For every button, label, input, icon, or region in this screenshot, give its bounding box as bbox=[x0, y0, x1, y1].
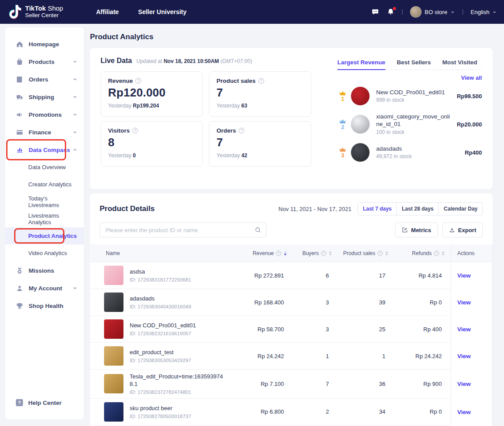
metrics-icon bbox=[402, 227, 408, 233]
sort-icon[interactable] bbox=[329, 251, 332, 256]
stat-label: Revenue? bbox=[108, 78, 195, 84]
bell-icon[interactable] bbox=[387, 8, 395, 16]
ranking-item[interactable]: 1New COD_Pro001_edit01999 in stockRp99.5… bbox=[337, 82, 482, 110]
chat-icon[interactable] bbox=[371, 8, 379, 16]
help-icon: ? bbox=[16, 399, 23, 406]
product-thumbnail bbox=[104, 293, 123, 312]
view-link[interactable]: View bbox=[457, 326, 471, 333]
sidebar-item-finance[interactable]: Finance bbox=[5, 123, 84, 141]
updated-timezone: (GMT+07:00) bbox=[220, 58, 252, 64]
chart-icon bbox=[16, 146, 23, 154]
info-icon[interactable]: ? bbox=[132, 128, 138, 133]
cell-revenue: Rp 7.100 bbox=[228, 370, 293, 399]
sidebar-item-label: Video Analytics bbox=[28, 250, 67, 256]
sidebar-item-homepage[interactable]: Homepage bbox=[5, 35, 84, 53]
page-title: Product Analytics bbox=[90, 27, 493, 48]
sidebar-item-missions[interactable]: Missions bbox=[5, 262, 84, 279]
product-table: NameRevenue?Buyers?Product sales?Refunds… bbox=[90, 244, 493, 426]
sidebar-item-data-overview[interactable]: Data Overview bbox=[5, 159, 84, 176]
range-button-calendar-day[interactable]: Calendar Day bbox=[438, 203, 482, 215]
stat-label-text: Visitors bbox=[108, 127, 130, 134]
stat-label: Visitors? bbox=[108, 127, 195, 134]
info-icon[interactable]: ? bbox=[258, 78, 264, 84]
view-link[interactable]: View bbox=[457, 353, 471, 359]
table-row: adasdadsID: 1729383040430016049Rp 168.40… bbox=[90, 289, 493, 316]
sidebar-item-label: Orders bbox=[29, 76, 48, 83]
ranking-item[interactable]: 3adasdads49,972 in stockRp400 bbox=[337, 138, 482, 167]
info-icon[interactable]: ? bbox=[377, 251, 383, 256]
column-header-refunds[interactable]: Refunds? bbox=[394, 244, 451, 262]
download-icon bbox=[449, 227, 455, 233]
nav-link-affiliate[interactable]: Affiliate bbox=[96, 8, 119, 15]
view-link[interactable]: View bbox=[457, 409, 471, 415]
cell-buyers: 3 bbox=[293, 316, 338, 343]
info-icon[interactable]: ? bbox=[239, 128, 244, 133]
tiktok-logo[interactable]: TikTok Shop Seller Center bbox=[0, 5, 88, 19]
tab-most-visited[interactable]: Most Visited bbox=[442, 57, 477, 70]
column-header-product-sales[interactable]: Product sales? bbox=[338, 244, 394, 262]
sidebar-item-shop-health[interactable]: Shop Health bbox=[5, 297, 84, 315]
toolbar-actions: Metrics Export bbox=[395, 222, 483, 237]
language-menu[interactable]: English bbox=[470, 9, 497, 15]
cell-product-sales: 25 bbox=[338, 316, 394, 343]
info-icon[interactable]: ? bbox=[135, 78, 141, 84]
tab-best-sellers[interactable]: Best Sellers bbox=[397, 57, 431, 70]
sidebar-nav: HomepageProductsOrdersShippingPromotions… bbox=[5, 35, 84, 315]
view-link[interactable]: View bbox=[457, 381, 471, 387]
product-thumbnail bbox=[104, 402, 123, 422]
sort-icon[interactable] bbox=[442, 251, 444, 256]
sidebar-item-label: My Account bbox=[29, 285, 62, 292]
info-icon[interactable]: ? bbox=[276, 251, 281, 256]
sidebar-item-today-s-livestreams[interactable]: Today's Livestreams bbox=[5, 193, 84, 210]
megaphone-icon bbox=[16, 111, 23, 119]
column-header-revenue[interactable]: Revenue? bbox=[228, 244, 293, 262]
info-icon[interactable]: ? bbox=[434, 251, 439, 256]
column-label: Name bbox=[106, 250, 120, 256]
tab-largest-revenue[interactable]: Largest Revenue bbox=[337, 57, 385, 70]
export-button[interactable]: Export bbox=[442, 222, 483, 237]
sidebar-item-products[interactable]: Products bbox=[5, 53, 84, 70]
info-icon[interactable]: ? bbox=[321, 251, 326, 256]
view-link[interactable]: View bbox=[457, 272, 471, 279]
sidebar-item-creator-analytics[interactable]: Creator Analytics bbox=[5, 176, 84, 193]
sort-icon[interactable] bbox=[385, 251, 388, 256]
sidebar-item-label: Products bbox=[29, 59, 55, 65]
rank-product-value: Rp400 bbox=[465, 149, 482, 156]
product-name-block: New COD_Pro001_edit01ID: 172938232161661… bbox=[130, 322, 196, 336]
sidebar-item-data-compass[interactable]: Data Compass bbox=[5, 141, 84, 159]
product-search-input[interactable] bbox=[100, 223, 266, 237]
metrics-button[interactable]: Metrics bbox=[395, 222, 438, 237]
view-link[interactable]: View bbox=[457, 299, 471, 306]
sidebar-item-livestreams-analytics[interactable]: Livestreams Analytics bbox=[5, 210, 84, 227]
search-icon[interactable] bbox=[254, 226, 261, 233]
cell-product-sales: 36 bbox=[338, 370, 394, 399]
live-data-left: Live Data Updated at Nov 18, 2021 10:50A… bbox=[101, 57, 311, 180]
sort-icon[interactable] bbox=[284, 251, 287, 256]
sidebar-item-product-analytics[interactable]: Product Analytics bbox=[5, 227, 84, 244]
ranking-item[interactable]: 2xiaomi_category_move_online_id_01100 in… bbox=[337, 110, 482, 138]
rank-product-stock: 999 in stock bbox=[376, 97, 452, 103]
live-data-title: Live Data bbox=[101, 57, 132, 65]
column-header-name: Name bbox=[90, 244, 228, 262]
sidebar-item-video-analytics[interactable]: Video Analytics bbox=[5, 244, 84, 262]
cell-refunds: Rp 4.814 bbox=[394, 262, 451, 289]
sidebar-item-promotions[interactable]: Promotions bbox=[5, 106, 84, 123]
sidebar-item-shipping[interactable]: Shipping bbox=[5, 88, 84, 106]
product-id: ID: 1729382780500018737 bbox=[130, 414, 191, 419]
stat-value: 7 bbox=[217, 86, 304, 100]
store-menu[interactable]: BO store bbox=[410, 6, 455, 18]
product-id: ID: 1729383040430016049 bbox=[130, 304, 191, 309]
stat-value: 7 bbox=[217, 136, 304, 149]
divider bbox=[402, 9, 403, 15]
sidebar-item-orders[interactable]: Orders bbox=[5, 70, 84, 88]
column-header-buyers[interactable]: Buyers? bbox=[293, 244, 338, 262]
sidebar-item-my-account[interactable]: My Account bbox=[5, 279, 84, 297]
range-button-last-28-days[interactable]: Last 28 days bbox=[396, 203, 438, 215]
range-button-last-7-days[interactable]: Last 7 days bbox=[358, 203, 396, 215]
view-all-link[interactable]: View all bbox=[337, 74, 482, 81]
stat-card-product-sales: Product sales?7Yesterday 63 bbox=[209, 71, 311, 117]
nav-link-seller-university[interactable]: Seller University bbox=[138, 8, 187, 15]
sidebar-item-help-center[interactable]: ?Help Center bbox=[5, 394, 84, 411]
date-range-label: Nov 11, 2021 - Nov 17, 2021 bbox=[279, 206, 351, 212]
cell-buyers: 6 bbox=[293, 262, 338, 289]
